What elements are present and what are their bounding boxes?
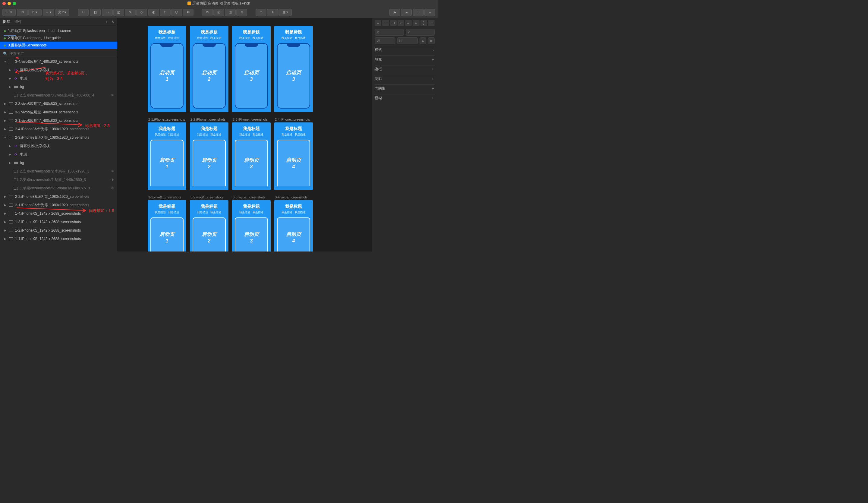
inspector-section-4[interactable]: 内阴影＋ [375,84,435,92]
inspector-section-3[interactable]: 阴影＋ [375,75,435,83]
flip-h-button[interactable]: ▲ [420,38,426,44]
artboard[interactable]: 我是标题 我是描述我是描述 启动页 4 [274,200,313,252]
disclosure-triangle[interactable]: ▶ [8,153,11,156]
inspector-section-5[interactable]: 模糊＋ [375,94,435,102]
artboard-label[interactable]: 2-3.iPhone...creenshots [232,117,271,122]
union-button[interactable]: ⧉ [202,9,213,16]
layer-row[interactable]: ▼3-4.vivo&应用宝_480x800_screenshots [0,57,117,66]
artboard-label[interactable]: 2-2.iPhone...creenshots [190,117,228,122]
play-button[interactable]: ▶ [389,9,400,16]
undo-button[interactable]: ⟲ [17,9,28,16]
group-button[interactable]: ◧ [90,9,101,16]
add-icon[interactable]: ＋ [431,66,435,72]
align-left-button[interactable]: ⫠ [375,20,381,26]
disclosure-triangle[interactable]: ▶ [8,85,11,88]
align-center-v-button[interactable]: ⫠ [405,20,412,26]
visibility-icon[interactable]: 👁 [111,186,114,190]
artboard[interactable]: 我是标题 我是描述我是描述 启动页 2 [190,122,228,190]
align-top-button[interactable]: ⫟ [397,20,404,26]
disclosure-triangle[interactable]: ▶ [8,161,11,164]
cut-button[interactable]: ✂ [78,9,89,16]
cloud-button[interactable]: ☁ [401,9,412,16]
artboard[interactable]: 我是标题 我是描述我是描述 启动页 2 [190,200,228,252]
align-bottom-button[interactable]: ⫨ [413,20,419,26]
disclosure-triangle[interactable]: ▼ [3,136,7,139]
subtract-button[interactable]: ◱ [214,9,224,16]
artboard-label[interactable] [232,21,271,25]
layer-row[interactable]: 2.安卓/screenshots/1.魅族_1440x2560_3👁 [0,175,117,184]
add-page-button[interactable]: ＋ [105,19,108,24]
layer-row[interactable]: ▶3-1.vivo&应用宝_480x800_screenshots [0,116,117,125]
settings-button[interactable]: ✻ [183,9,194,16]
artboard-label[interactable]: 3-3.vivo&...creenshots [232,195,271,199]
forward-button[interactable]: ↥ [256,9,267,16]
layer-row[interactable]: ▶3-2.vivo&应用宝_480x800_screenshots [0,108,117,116]
artboard[interactable]: 我是标题 我是描述我是描述 启动页 3 [232,200,271,252]
artboard-label[interactable]: 3-4.vivo&...creenshots [274,195,313,199]
inspector-section-0[interactable]: 样式⌄ [375,46,435,54]
vector-button[interactable]: ◇ [136,9,147,16]
flatten-button[interactable]: ⬡ [171,9,182,16]
add-icon[interactable]: ＋ [431,76,435,81]
visibility-icon[interactable]: 👁 [111,178,114,182]
artboard-label[interactable] [190,21,228,25]
artboard-label[interactable]: 2-1.iPhone...screenshots [148,117,186,122]
rectangle-button[interactable]: ▭ [102,9,113,16]
artboard[interactable]: 我是标题 我是描述我是描述 启动页 3 [232,26,271,112]
page-item[interactable]: ◆1.启动页-Splashscreen、Launchscreen [0,27,117,34]
layers-toggle-button[interactable]: ☰ ▾ [2,9,16,16]
pencil-button[interactable]: ✎ [125,9,136,16]
layer-row[interactable]: ▶1-4.iPhoneXS_1242 x 2688_screenshots [0,209,117,218]
distribute-h-button[interactable]: ⋮ [421,20,427,26]
layer-search[interactable]: 🔍 搜索图层 [0,50,117,57]
align-right-button[interactable]: ⫣ [390,20,397,26]
backward-button[interactable]: ↧ [267,9,278,16]
disclosure-triangle[interactable]: ▶ [3,119,7,122]
x-field[interactable]: X [375,29,404,35]
artboard[interactable]: 我是标题 我是描述我是描述 启动页 3 [232,122,271,190]
minimize-window-button[interactable] [8,2,11,5]
disclosure-triangle[interactable]: ▶ [3,229,7,232]
layer-row[interactable]: ▶2-4.iPhone8&华为等_1080x1920_screenshots [0,125,117,133]
visibility-icon[interactable]: 👁 [111,169,114,173]
layer-row[interactable]: ▶bg [0,83,117,91]
disclosure-triangle[interactable]: ▶ [8,77,11,80]
distribute-v-button[interactable]: ⋯ [428,20,435,26]
disclosure-triangle[interactable]: ▶ [3,195,7,198]
artboard[interactable]: 我是标题 我是描述我是描述 启动页 1 [148,26,186,112]
layer-row[interactable]: ▶⟳电话 [0,74,117,83]
disclosure-triangle[interactable]: ▶ [3,102,7,105]
layer-row[interactable]: ▶2-1.iPhone8&华为等_1080x1920_screenshots [0,201,117,209]
inspector-section-1[interactable]: 填充＋ [375,55,435,63]
disclosure-triangle[interactable]: ▶ [8,69,11,71]
w-field[interactable]: W [375,38,395,44]
artboard-label[interactable] [274,21,313,25]
artboard-label[interactable]: 3-1.vivo&...creenshots [148,195,186,199]
artboard[interactable]: 我是标题 我是描述我是描述 启动页 2 [190,26,228,112]
text-tool-button[interactable]: 文本 ▾ [55,9,69,16]
layer-row[interactable]: ▶2-2.iPhone8&华为等_1080x1920_screenshots [0,192,117,201]
inspector-section-2[interactable]: 边框＋ [375,65,435,73]
add-icon[interactable]: ＋ [431,95,435,101]
insert-button[interactable]: ＋ ▾ [43,9,54,16]
visibility-icon[interactable]: 👁 [111,93,114,97]
image-button[interactable]: 🖼 [113,9,124,16]
align-center-h-button[interactable]: ⫞ [382,20,389,26]
disclosure-triangle[interactable]: ▶ [3,237,7,240]
redo-button[interactable]: ⟳ ▾ [28,9,42,16]
layer-row[interactable]: ▶⟳屏幕快照/文字模板 [0,66,117,74]
layer-row[interactable]: 2.安卓/screenshots/3.vivo&应用宝_480x800_4👁 [0,91,117,100]
artboard-label[interactable] [148,21,186,25]
artboard[interactable]: 我是标题 我是描述我是描述 启动页 1 [148,200,186,252]
view-button[interactable]: ▦ ▾ [278,9,292,16]
page-item[interactable]: ◆2.引导页-Guidepage、Userguide [0,34,117,42]
artboard-label[interactable]: 3-2.vivo&...creenshots [190,195,228,199]
canvas[interactable]: 我是标题 我是描述我是描述 启动页 1 我是标题 我是描述我是描述 启动页 2 … [117,18,371,252]
artboard[interactable]: 我是标题 我是描述我是描述 启动页 3 [274,26,313,112]
disclosure-triangle[interactable]: ▶ [3,127,7,131]
disclosure-triangle[interactable]: ▶ [3,220,7,224]
collapse-pages-button[interactable]: ∧ [112,19,114,24]
artboard-label[interactable]: 2-4.iPhone...creenshots [274,117,313,122]
layer-row[interactable]: ▶⟳屏幕快照/文字模板 [0,142,117,150]
mask-button[interactable]: ◐ [148,9,159,16]
